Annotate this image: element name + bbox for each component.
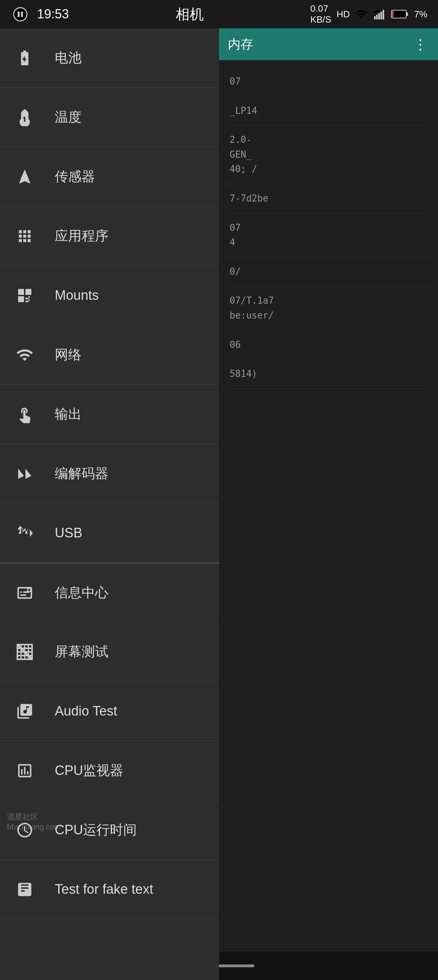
drawer-item-apps[interactable]: 应用程序 [0,207,219,266]
drawer-item-codec[interactable]: 编解码器 [0,444,219,503]
battery-percent: 7% [414,9,427,20]
status-bar: 19:53 相机 0.07KB/S HD 7% [0,0,438,28]
camera-app-icon [11,5,30,24]
svg-point-11 [28,589,30,591]
battery-icon [13,46,37,70]
temperature-label: 温度 [55,108,82,126]
svg-rect-3 [378,13,380,19]
right-panel-content: 07 _LP14 2.0-GEN_40; / 7-7d2be 074 0/ 07… [219,60,438,396]
status-right: 0.07KB/S HD 7% [311,3,427,25]
faketext-icon [13,877,37,902]
svg-rect-4 [381,12,382,20]
drawer-item-usb[interactable]: USB [0,503,219,563]
navigation-drawer: 电池 温度 传感器 [0,28,219,980]
svg-rect-6 [391,10,406,18]
apps-icon [13,224,37,248]
drawer-item-cpuruntime[interactable]: CPU运行时间 [0,800,219,860]
drawer-item-network[interactable]: 网络 [0,325,219,385]
screentest-label: 屏幕测试 [55,643,108,661]
drawer-item-screentest[interactable]: 屏幕测试 [0,622,219,682]
right-panel-title: 内存 [228,36,253,53]
mounts-label: Mounts [55,288,99,303]
sensor-label: 传感器 [55,167,95,186]
status-time: 19:53 [37,7,69,22]
signal-icon [373,8,386,21]
content-row-4: 7-7d2be [226,184,431,213]
battery-label: 电池 [55,49,82,67]
content-row-9: 5814) [226,360,431,389]
svg-rect-5 [382,10,384,19]
app-title: 相机 [176,5,204,24]
content-row-3: 2.0-GEN_40; / [226,126,431,184]
drawer-item-sensor[interactable]: 传感器 [0,147,219,207]
network-icon [13,342,37,368]
temperature-icon [13,105,37,130]
content-row-6: 0/ [226,258,431,287]
cpumonitor-icon [13,758,37,783]
usb-icon [13,521,37,546]
drawer-item-output[interactable]: 输出 [0,385,219,444]
drawer-item-battery[interactable]: 电池 [0,28,219,88]
svg-rect-8 [392,11,394,18]
faketext-label: Test for fake text [55,882,153,897]
content-row-2: _LP14 [226,97,431,126]
codec-label: 编解码器 [55,465,108,482]
drawer-item-audiotest[interactable]: Audio Test [0,682,219,741]
main-content: 内存 ⋮ 07 _LP14 2.0-GEN_40; / 7-7d2be 074 … [0,28,438,980]
content-row-5: 074 [226,213,431,258]
drawer-item-temperature[interactable]: 温度 [0,88,219,147]
cpuruntime-icon [13,818,37,843]
network-label: 网络 [55,346,82,364]
content-row-1: 07 [226,67,431,97]
battery-status-icon [391,9,409,19]
more-options-button[interactable]: ⋮ [411,35,429,53]
svg-rect-7 [406,13,408,16]
apps-label: 应用程序 [55,227,108,245]
right-panel: 内存 ⋮ 07 _LP14 2.0-GEN_40; / 7-7d2be 074 … [219,28,438,980]
content-row-7: 07/T.1a7be:user/ [226,286,431,330]
drawer-item-cpumonitor[interactable]: CPU监视器 [0,741,219,800]
drawer-item-infocenter[interactable]: 信息中心 [0,563,219,622]
drawer-item-mounts[interactable]: Mounts [0,266,219,325]
output-icon [13,402,37,427]
infocenter-label: 信息中心 [55,584,108,602]
cpumonitor-label: CPU监视器 [55,762,123,780]
svg-rect-1 [374,16,376,19]
cpuruntime-label: CPU运行时间 [55,821,137,839]
wifi-icon [355,8,368,21]
screentest-icon [13,640,37,664]
usb-label: USB [55,525,82,541]
content-row-8: 06 [226,331,431,360]
audiotest-label: Audio Test [55,703,117,719]
drawer-item-faketext[interactable]: Test for fake text [0,860,219,919]
svg-rect-2 [376,15,378,20]
sensor-icon [13,164,37,189]
data-speed: 0.07KB/S [311,3,331,25]
status-left: 19:53 [11,5,69,24]
right-panel-header: 内存 ⋮ [219,28,438,60]
infocenter-icon [13,581,37,605]
audiotest-icon [13,699,37,724]
mounts-icon [13,283,37,308]
output-label: 输出 [55,405,82,423]
hd-badge: HD [336,9,350,20]
codec-icon [13,461,37,486]
